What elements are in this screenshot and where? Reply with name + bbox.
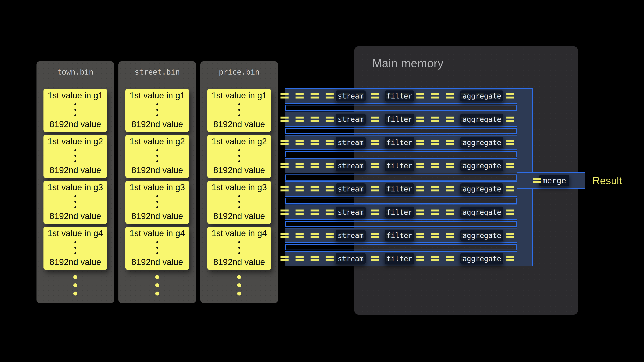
value-box-dot [156, 160, 158, 162]
file-panel: town.bin 1st value in g1 8192nd value 1s… [36, 61, 114, 303]
value-box-dot [238, 252, 240, 254]
file-ellipsis-dot [237, 275, 241, 279]
value-box: 1st value in g3 8192nd value [126, 181, 189, 224]
pipeline-band: streamfilteraggregate [284, 158, 517, 173]
equals-mark [310, 163, 318, 168]
equals-mark [431, 233, 439, 238]
value-box-ellipsis [74, 241, 76, 254]
value-box-bottom-label: 8192nd value [50, 257, 101, 267]
stage-box-aggregate: aggregate [460, 230, 504, 241]
file-title: street.bin [118, 67, 196, 77]
equals-mark [446, 256, 454, 261]
stage-box-aggregate: aggregate [460, 160, 504, 171]
equals-mark [280, 210, 288, 215]
value-box-bottom-label: 8192nd value [132, 165, 183, 175]
value-box-ellipsis [238, 149, 240, 162]
equals-mark [296, 117, 304, 122]
equals-mark [416, 256, 424, 261]
value-box-top-label: 1st value in g4 [212, 228, 267, 238]
value-box-bottom-label: 8192nd value [132, 119, 183, 129]
equals-mark [280, 93, 288, 98]
value-box-dot [74, 247, 76, 249]
equals-mark [446, 117, 454, 122]
equals-mark [371, 117, 379, 122]
inter-pipeline-buffer [285, 174, 517, 181]
value-box-dot [156, 241, 158, 243]
equals-mark [506, 117, 514, 122]
value-box-dot [74, 206, 76, 208]
value-box-dot [238, 114, 240, 116]
value-box-bottom-label: 8192nd value [50, 119, 101, 129]
stage-box-aggregate: aggregate [460, 90, 504, 102]
value-box-dot [238, 247, 240, 249]
stage-box-stream: stream [336, 113, 366, 125]
equals-mark [371, 140, 379, 145]
equals-mark [506, 233, 514, 238]
file-ellipsis-dot [237, 292, 241, 296]
equals-mark [506, 163, 514, 168]
value-box-dot [238, 195, 240, 197]
inter-pipeline-buffer [285, 105, 517, 111]
equals-mark [431, 93, 439, 98]
value-box: 1st value in g4 8192nd value [44, 227, 107, 270]
value-box-bottom-label: 8192nd value [50, 211, 101, 221]
value-box-dot [238, 149, 240, 151]
equals-mark [431, 140, 439, 145]
stage-box-aggregate: aggregate [460, 206, 504, 218]
value-box-top-label: 1st value in g2 [212, 137, 267, 146]
result-label: Result [592, 172, 622, 189]
equals-mark [371, 233, 379, 238]
value-box-dot [156, 109, 158, 111]
equals-mark [446, 233, 454, 238]
value-box-top-label: 1st value in g4 [48, 228, 103, 238]
equals-mark [296, 256, 304, 261]
file-ellipsis-dot [73, 275, 77, 279]
inter-pipeline-buffer [285, 198, 517, 204]
value-box: 1st value in g2 8192nd value [126, 135, 189, 178]
value-box-dot [156, 155, 158, 157]
value-box-dot [238, 103, 240, 105]
stage-box-aggregate: aggregate [460, 253, 504, 264]
equals-mark [326, 210, 334, 215]
equals-mark [326, 140, 334, 145]
pipeline-band: streamfilteraggregate [284, 135, 517, 150]
equals-mark [310, 117, 318, 122]
equals-mark [431, 186, 439, 191]
equals-mark [310, 186, 318, 191]
stage-box-stream: stream [336, 137, 366, 148]
value-box-dot [156, 252, 158, 254]
inter-pipeline-buffer [285, 244, 517, 250]
equals-mark [310, 256, 318, 261]
value-box-top-label: 1st value in g4 [130, 228, 185, 238]
equals-mark [446, 210, 454, 215]
trunk-border-top [532, 88, 533, 172]
value-box-dot [74, 252, 76, 254]
value-box-bottom-label: 8192nd value [50, 165, 101, 175]
equals-mark [296, 163, 304, 168]
equals-mark [280, 163, 288, 168]
value-box-dot [156, 201, 158, 203]
value-box-dot [156, 247, 158, 249]
equals-mark [506, 93, 514, 98]
stage-box-stream: stream [336, 230, 366, 241]
equals-mark [326, 186, 334, 191]
file-panel: street.bin 1st value in g1 8192nd value … [118, 61, 196, 303]
equals-mark [431, 163, 439, 168]
stage-box-filter: filter [384, 160, 414, 171]
merge-box: merge [539, 175, 570, 186]
value-box-dot [74, 155, 76, 157]
value-box: 1st value in g1 8192nd value [126, 89, 189, 132]
equals-mark [296, 140, 304, 145]
value-box-top-label: 1st value in g1 [48, 91, 103, 100]
inter-pipeline-buffer [285, 151, 517, 157]
equals-mark [416, 93, 424, 98]
equals-mark [431, 256, 439, 261]
value-box-bottom-label: 8192nd value [214, 119, 265, 129]
equals-mark [506, 186, 514, 191]
pipeline-band: streamfilteraggregate [284, 228, 517, 243]
value-box-ellipsis [156, 241, 158, 254]
value-box-dot [238, 201, 240, 203]
value-box-bottom-label: 8192nd value [132, 211, 183, 221]
equals-mark [533, 178, 541, 183]
value-box: 1st value in g2 8192nd value [207, 135, 271, 178]
